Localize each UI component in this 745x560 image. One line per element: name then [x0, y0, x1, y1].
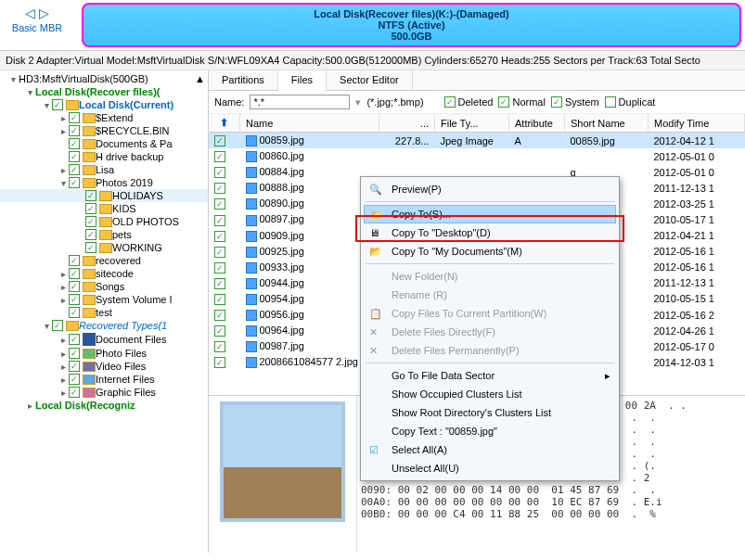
- menu-show-root[interactable]: Show Root Directory's Clusters List: [364, 403, 616, 422]
- col-short[interactable]: Short Name: [565, 114, 649, 133]
- menu-rename: Rename (R): [364, 286, 616, 304]
- tabs[interactable]: Partitions Files Sector Editor: [209, 70, 745, 91]
- tab-files[interactable]: Files: [278, 70, 327, 91]
- menu-copy-desktop[interactable]: 🖥Copy To "Desktop"(D): [364, 223, 616, 242]
- context-menu[interactable]: 🔍Preview(P) 📁Copy To(S)... 🖥Copy To "Des…: [360, 176, 620, 481]
- nav-prev-next[interactable]: ◁ ▷: [4, 6, 71, 20]
- name-pattern-input[interactable]: [250, 95, 350, 109]
- menu-preview[interactable]: 🔍Preview(P): [364, 180, 616, 198]
- menu-delete-perm: ✕Delete Files Permanently(P): [364, 341, 616, 360]
- menu-show-occupied[interactable]: Show Occupied Clusters List: [364, 385, 616, 403]
- mbr-label: ◁ ▷ Basic MBR: [0, 0, 74, 50]
- menu-copy-docs[interactable]: 📂Copy To "My Documents"(M): [364, 242, 616, 261]
- col-size[interactable]: ...: [379, 114, 435, 133]
- file-row[interactable]: ✓00859.jpg227.8...Jpeg ImageA00859.jpg20…: [209, 133, 745, 149]
- menu-copy-text[interactable]: Copy Text : "00859.jpg": [364, 422, 616, 440]
- name-label: Name:: [214, 96, 244, 108]
- menu-copy-to[interactable]: 📁Copy To(S)...: [364, 205, 616, 223]
- disk-banner: Local Disk(Recover files)(K:)-(Damaged) …: [82, 3, 741, 47]
- col-type[interactable]: File Ty...: [435, 114, 509, 133]
- tab-sector-editor[interactable]: Sector Editor: [327, 70, 413, 90]
- col-modify[interactable]: Modify Time: [649, 114, 745, 133]
- duplicate-checkbox[interactable]: Duplicat: [605, 96, 656, 108]
- menu-goto-sector[interactable]: Go To File Data Sector▸: [364, 366, 616, 385]
- system-checkbox[interactable]: ✓System: [551, 96, 599, 108]
- directory-tree[interactable]: ▾HD3:MsftVirtualDisk(500GB)▲ ▾Local Disk…: [0, 70, 209, 553]
- menu-select-all[interactable]: ☑Select All(A): [364, 440, 616, 459]
- thumbnail: [209, 396, 357, 553]
- filter-bar: Name: ▾ (*.jpg;*.bmp) ✓Deleted ✓Normal ✓…: [209, 91, 745, 114]
- menu-copy-partition: 📋Copy Files To Current Partition(W): [364, 304, 616, 323]
- file-row[interactable]: ✓00860.jpg2012-05-01 0: [209, 148, 745, 164]
- normal-checkbox[interactable]: ✓Normal: [498, 96, 545, 108]
- menu-new-folder: New Folder(N): [364, 267, 616, 286]
- tab-partitions[interactable]: Partitions: [209, 70, 278, 90]
- menu-unselect-all[interactable]: Unselect All(U): [364, 459, 616, 477]
- deleted-checkbox[interactable]: ✓Deleted: [444, 96, 494, 108]
- col-attr[interactable]: Attribute: [509, 114, 565, 133]
- disk-info-bar: Disk 2 Adapter:Virtual Model:MsftVirtual…: [0, 51, 745, 70]
- ext-filter: (*.jpg;*.bmp): [366, 96, 423, 108]
- menu-delete-direct: ✕Delete Files Directly(F): [364, 323, 616, 341]
- col-name[interactable]: Name: [240, 114, 379, 133]
